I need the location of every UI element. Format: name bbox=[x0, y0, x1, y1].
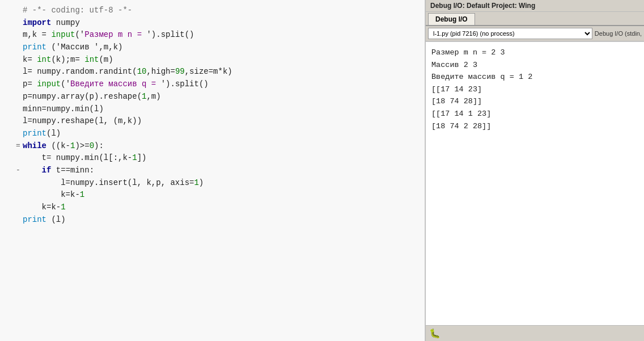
tab-debug-io[interactable]: Debug I/O bbox=[428, 13, 475, 25]
debug-tabs: Debug I/O bbox=[426, 12, 644, 26]
code-token: ]) bbox=[137, 152, 147, 165]
line-marker: = bbox=[16, 140, 20, 151]
code-line: t= numpy.min(l[:,k-1]) bbox=[0, 152, 425, 165]
code-token: minn=numpy.min(l) bbox=[23, 103, 104, 116]
code-line: # -*- coding: utf-8 -*- bbox=[0, 5, 425, 17]
code-token: m,k = bbox=[23, 29, 51, 41]
code-line: print (l) bbox=[0, 214, 425, 226]
code-line: =while ((k-1)>=0): bbox=[0, 140, 425, 153]
code-token: (k);m= bbox=[51, 54, 84, 66]
code-token: k=k- bbox=[23, 189, 80, 201]
code-line: l= numpy.random.randint(10,high=99,size=… bbox=[0, 66, 425, 78]
code-token: 1 bbox=[70, 140, 75, 153]
code-token: 10 bbox=[137, 66, 147, 78]
output-line: Размер m n = 2 3 bbox=[431, 47, 638, 59]
code-token: l=numpy.reshape(l, (m,k)) bbox=[23, 115, 142, 128]
code-line: p=numpy.array(p).reshape(1,m) bbox=[0, 91, 425, 103]
process-select[interactable]: l-1.py (pid 7216) (no process) bbox=[428, 28, 592, 39]
debug-toolbar: l-1.py (pid 7216) (no process) Debug I/O… bbox=[426, 26, 644, 41]
code-line: k=k-1 bbox=[0, 189, 425, 201]
code-line: p= input('Введите массив q = ').split() bbox=[0, 78, 425, 91]
code-token: 1 bbox=[80, 189, 84, 201]
code-token: l=numpy.insert(l, k,p, axis= bbox=[23, 177, 194, 190]
code-token: import bbox=[23, 17, 51, 30]
code-token: k=k- bbox=[23, 201, 61, 214]
code-token: 1 bbox=[61, 201, 65, 214]
code-token: (l) bbox=[46, 128, 61, 140]
code-token bbox=[23, 165, 42, 177]
code-token: ,high= bbox=[146, 66, 175, 78]
code-line: import numpy bbox=[0, 17, 425, 30]
code-token: Введите массив q = bbox=[70, 78, 161, 91]
code-token: 1 bbox=[142, 91, 146, 103]
code-token: # -*- coding: utf-8 -*- bbox=[23, 5, 132, 17]
code-content[interactable]: # -*- coding: utf-8 -*-import numpym,k =… bbox=[0, 0, 425, 341]
code-token: ): bbox=[94, 140, 104, 153]
output-line: Введите массив q = 1 2 bbox=[431, 71, 638, 83]
line-marker: - bbox=[16, 165, 20, 176]
code-token: p=numpy.array(p).reshape( bbox=[23, 91, 142, 103]
code-line: l=numpy.reshape(l, (m,k)) bbox=[0, 115, 425, 128]
code-token: ) bbox=[199, 177, 204, 190]
output-line: [18 74 28]] bbox=[431, 95, 638, 108]
debug-panel: Debug I/O: Default Project: Wing Debug I… bbox=[425, 0, 644, 341]
code-token: print bbox=[23, 41, 46, 54]
output-line: Массив 2 3 bbox=[431, 59, 638, 71]
debug-footer: 🐛 bbox=[426, 325, 644, 341]
code-token: ((k- bbox=[46, 140, 70, 153]
code-token: ,m) bbox=[146, 91, 160, 103]
code-token: ('Массив ',m,k) bbox=[46, 41, 122, 54]
code-token: input bbox=[51, 29, 75, 41]
code-token: ,size=m*k) bbox=[185, 66, 232, 78]
code-token: Размер m n = bbox=[84, 29, 146, 41]
code-line: l=numpy.insert(l, k,p, axis=1) bbox=[0, 177, 425, 190]
code-token: 1 bbox=[132, 152, 137, 165]
code-token: k= bbox=[23, 54, 37, 66]
code-line: - if t==minn: bbox=[0, 165, 425, 177]
stdin-label: Debug I/O (stdin, bbox=[595, 30, 642, 37]
code-token: 1 bbox=[194, 177, 198, 190]
output-line: [[17 14 23] bbox=[431, 83, 638, 96]
output-line: [[17 14 1 23] bbox=[431, 108, 638, 120]
code-line: m,k = input('Размер m n = ').split() bbox=[0, 29, 425, 41]
code-token: t==minn: bbox=[51, 165, 94, 177]
code-token: print bbox=[23, 214, 46, 226]
code-token: (m) bbox=[99, 54, 113, 66]
debug-output: Размер m n = 2 3Массив 2 3Введите массив… bbox=[426, 41, 644, 325]
code-token: input bbox=[37, 78, 61, 91]
code-line: k= int(k);m= int(m) bbox=[0, 54, 425, 66]
output-line: [18 74 2 28]] bbox=[431, 120, 638, 133]
code-editor: # -*- coding: utf-8 -*-import numpym,k =… bbox=[0, 0, 425, 341]
code-token: (' bbox=[75, 29, 84, 41]
code-line: minn=numpy.min(l) bbox=[0, 103, 425, 116]
code-line: print ('Массив ',m,k) bbox=[0, 41, 425, 54]
code-token: ').split() bbox=[161, 78, 209, 91]
code-token: int bbox=[37, 54, 51, 66]
code-token: 0 bbox=[90, 140, 94, 153]
code-token: print bbox=[23, 128, 46, 140]
code-token: ').split() bbox=[146, 29, 194, 41]
code-token: t= numpy.min(l[:,k- bbox=[23, 152, 132, 165]
code-token: if bbox=[42, 165, 52, 177]
code-token: p= bbox=[23, 78, 37, 91]
code-token: (' bbox=[61, 78, 70, 91]
code-token: )>= bbox=[75, 140, 89, 153]
code-token: l= numpy.random.randint( bbox=[23, 66, 137, 78]
debug-titlebar: Debug I/O: Default Project: Wing bbox=[426, 0, 644, 12]
code-line: k=k-1 bbox=[0, 201, 425, 214]
code-token: numpy bbox=[51, 17, 79, 30]
code-line: print(l) bbox=[0, 128, 425, 140]
bug-icon: 🐛 bbox=[429, 328, 440, 339]
code-token: int bbox=[84, 54, 99, 66]
code-token: 99 bbox=[175, 66, 185, 78]
code-token: (l) bbox=[46, 214, 66, 226]
code-token: while bbox=[23, 140, 46, 153]
